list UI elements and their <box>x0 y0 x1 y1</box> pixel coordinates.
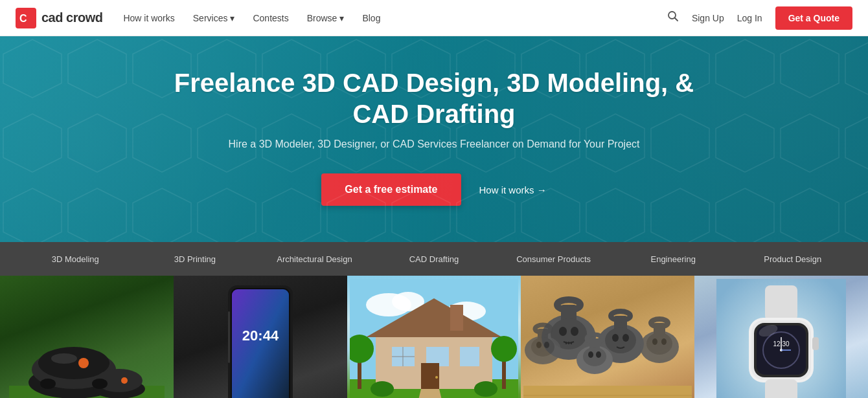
log-in-link[interactable]: Log In <box>737 13 762 23</box>
svg-point-12 <box>40 379 56 389</box>
svg-point-37 <box>435 376 438 379</box>
svg-point-11 <box>121 377 128 384</box>
svg-point-61 <box>622 334 629 342</box>
category-bar: 3D Modeling 3D Printing Architectural De… <box>0 242 868 276</box>
hero-title: Freelance 3D CAD Design, 3D Modeling, & … <box>143 67 725 129</box>
svg-point-13 <box>92 379 108 389</box>
svg-text:20:44: 20:44 <box>242 327 279 344</box>
svg-point-51 <box>559 327 567 336</box>
logo-icon: C <box>16 8 36 28</box>
svg-point-77 <box>531 337 554 357</box>
grid-cell-3d-printing[interactable]: 20:44 <box>174 276 347 398</box>
nav-right: Sign Up Log In Get a Quote <box>667 6 852 30</box>
svg-point-39 <box>371 381 394 397</box>
category-product-design[interactable]: Product Design <box>733 254 852 264</box>
svg-point-44 <box>491 336 517 362</box>
svg-point-78 <box>536 342 542 348</box>
svg-text:C: C <box>19 13 27 24</box>
svg-point-79 <box>544 342 549 348</box>
category-3d-printing[interactable]: 3D Printing <box>135 254 255 264</box>
svg-rect-91 <box>765 379 797 398</box>
category-engineering[interactable]: Engineering <box>613 254 733 264</box>
svg-point-8 <box>78 358 89 368</box>
search-icon[interactable] <box>667 10 679 25</box>
svg-rect-22 <box>228 311 230 363</box>
free-estimate-button[interactable]: Get a free estimate <box>321 173 461 206</box>
svg-rect-81 <box>765 285 797 321</box>
svg-point-65 <box>583 347 606 366</box>
grid-cell-product-design[interactable]: 12:30 <box>694 276 868 398</box>
hero-section: Freelance 3D CAD Design, 3D Modeling, & … <box>0 36 868 242</box>
sign-up-link[interactable]: Sign Up <box>692 13 724 23</box>
image-grid: 20:44 <box>0 276 868 398</box>
chevron-down-icon: ▾ <box>339 13 344 23</box>
svg-point-7 <box>38 347 109 379</box>
navbar: C cad crowd How it works Services ▾ Cont… <box>0 0 868 36</box>
chevron-down-icon: ▾ <box>230 13 234 23</box>
grid-cell-3d-modeling[interactable] <box>0 276 174 398</box>
svg-point-14 <box>51 353 77 364</box>
svg-rect-30 <box>450 305 463 331</box>
svg-rect-92 <box>812 337 819 350</box>
category-architectural-design[interactable]: Architectural Design <box>255 254 374 264</box>
category-cad-drafting[interactable]: CAD Drafting <box>374 254 494 264</box>
how-it-works-link[interactable]: How it works → <box>479 184 547 195</box>
svg-point-72 <box>652 338 657 345</box>
svg-rect-18 <box>232 289 289 398</box>
svg-point-40 <box>474 381 497 397</box>
nav-browse[interactable]: Browse ▾ <box>307 13 345 23</box>
nav-blog[interactable]: Blog <box>362 13 380 23</box>
nav-contests[interactable]: Contests <box>253 13 288 23</box>
category-3d-modeling[interactable]: 3D Modeling <box>16 254 135 264</box>
svg-rect-36 <box>421 363 439 389</box>
svg-rect-33 <box>460 347 479 366</box>
logo[interactable]: C cad crowd <box>16 8 102 28</box>
svg-point-66 <box>588 351 593 358</box>
hero-ctas: Get a free estimate How it works → <box>321 173 546 206</box>
grid-cell-architectural-design[interactable] <box>347 276 521 398</box>
svg-point-71 <box>646 333 672 355</box>
svg-point-59 <box>605 327 636 353</box>
svg-point-60 <box>612 334 619 342</box>
svg-point-73 <box>661 338 667 345</box>
nav-how-it-works[interactable]: How it works <box>123 13 174 23</box>
svg-rect-45 <box>523 386 692 398</box>
svg-point-52 <box>571 327 578 336</box>
get-quote-button[interactable]: Get a Quote <box>775 6 852 30</box>
nav-services[interactable]: Services ▾ <box>193 13 235 23</box>
svg-line-3 <box>674 18 678 21</box>
svg-point-67 <box>596 351 601 358</box>
hero-subtitle: Hire a 3D Modeler, 3D Designer, or CAD S… <box>229 138 640 150</box>
brand-name: cad crowd <box>41 10 102 25</box>
nav-links: How it works Services ▾ Contests Browse … <box>123 13 667 23</box>
grid-cell-consumer-products[interactable] <box>521 276 694 398</box>
category-consumer-products[interactable]: Consumer Products <box>494 254 613 264</box>
